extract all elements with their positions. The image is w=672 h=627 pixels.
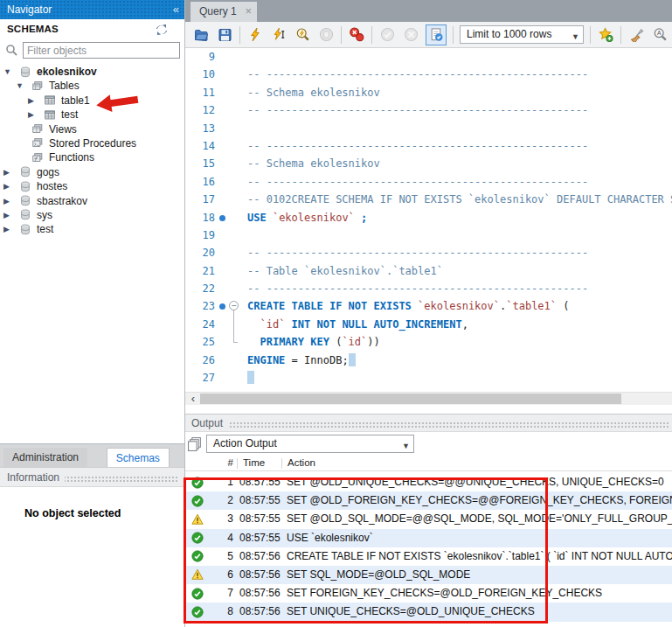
expand-arrow-icon[interactable]: ▶ <box>3 222 14 236</box>
beautify-icon[interactable] <box>627 27 645 43</box>
line-number: 16 <box>185 173 215 191</box>
execute-icon[interactable] <box>246 27 264 43</box>
line-number: 22 <box>185 280 215 297</box>
schema-icon <box>19 209 31 220</box>
editor-line-11: 11-- Schema ekolesnikov <box>185 84 672 101</box>
expand-arrow-icon[interactable]: ▶ <box>3 179 14 193</box>
limit-rows-dropdown[interactable]: Limit to 1000 rows▼ <box>460 25 584 44</box>
expand-arrow-icon[interactable]: ▶ <box>28 108 38 122</box>
tree-item-ekolesnikov[interactable]: ▼ekolesnikov <box>0 65 184 79</box>
expand-arrow-icon[interactable]: ▶ <box>3 194 14 208</box>
expand-arrow-icon[interactable]: ▶ <box>3 208 14 222</box>
filter-objects-input[interactable] <box>23 42 180 59</box>
explain-icon[interactable] <box>294 27 311 43</box>
tree-item-functions[interactable]: Functions <box>0 150 184 164</box>
navigator-panel: Navigator « SCHEMAS ▼ekolesnikov▼Tables▶… <box>0 0 185 627</box>
editor-line-15: 15-- Schema ekolesnikov <box>185 155 672 172</box>
tree-item-test[interactable]: ▶test <box>0 108 184 122</box>
tab-administration[interactable]: Administration <box>3 448 87 468</box>
procedures-icon <box>31 137 44 149</box>
editor-line-14: 14-- -----------------------------------… <box>185 137 672 155</box>
code-text: ENGINE = InnoDB; <box>247 352 356 369</box>
find-icon[interactable]: A <box>651 27 669 43</box>
mysql-workbench-window: Navigator « SCHEMAS ▼ekolesnikov▼Tables▶… <box>0 0 672 627</box>
collapse-panel-icon[interactable]: « <box>173 0 179 19</box>
column-number[interactable]: # <box>214 457 233 468</box>
code-text: -- -------------------------------------… <box>247 137 588 155</box>
fold-guide-line <box>233 308 238 343</box>
collapse-arrow-icon[interactable]: ▼ <box>16 79 26 93</box>
column-time[interactable]: Time <box>243 457 265 468</box>
statement-marker-icon <box>219 215 225 221</box>
tab-query-1[interactable]: Query 1 × <box>191 2 257 22</box>
tree-item-gogs[interactable]: ▶gogs <box>0 165 184 179</box>
column-divider[interactable] <box>281 458 282 469</box>
code-text: -- Table `ekolesnikov`.`table1` <box>247 262 443 280</box>
tree-item-sbastrakov[interactable]: ▶sbastrakov <box>0 194 184 208</box>
column-action[interactable]: Action <box>288 457 315 468</box>
code-text: -- -------------------------------------… <box>247 244 588 261</box>
tree-item-stored-procedures[interactable]: Stored Procedures <box>0 136 184 150</box>
toolbar-separator <box>371 26 372 44</box>
header-texture <box>225 421 670 428</box>
arrow-tail <box>109 96 139 108</box>
code-text <box>247 369 254 387</box>
tree-item-label: Stored Procedures <box>49 136 136 150</box>
tree-item-tables[interactable]: ▼Tables <box>0 79 184 93</box>
tree-item-label: gogs <box>37 165 59 179</box>
output-view-dropdown[interactable]: Action Output ▼ <box>206 435 414 453</box>
line-number: 27 <box>185 369 215 387</box>
line-number: 9 <box>185 48 215 66</box>
editor-horizontal-scrollbar[interactable]: ‹ <box>185 392 672 405</box>
editor-line-24: 24 `id` INT NOT NULL AUTO_INCREMENT, <box>185 316 672 333</box>
schema-icon <box>19 195 31 206</box>
expand-arrow-icon[interactable]: ▶ <box>3 165 14 179</box>
editor-line-13: 13 <box>185 120 672 137</box>
refresh-schemas-icon[interactable] <box>155 23 169 37</box>
code-text: `id` INT NOT NULL AUTO_INCREMENT, <box>247 316 468 333</box>
scroll-left-arrow[interactable]: ‹ <box>187 393 199 405</box>
navigator-title: Navigator <box>7 3 52 16</box>
tree-item-table1[interactable]: ▶table1 <box>0 94 184 108</box>
functions-icon <box>31 152 44 164</box>
line-number: 20 <box>185 244 215 261</box>
expand-arrow-icon[interactable]: ▶ <box>28 94 38 108</box>
line-number: 11 <box>185 84 215 101</box>
editor-line-22: 22-- -----------------------------------… <box>185 280 672 297</box>
schema-tree: ▼ekolesnikov▼Tables▶table1▶testViewsStor… <box>0 65 184 237</box>
sql-editor-toolbar: Limit to 1000 rows▼A¶↲ <box>185 22 672 48</box>
information-title: Information <box>7 471 65 484</box>
schemas-header-row: SCHEMAS <box>0 19 184 40</box>
stop-on-error-icon[interactable] <box>348 27 365 43</box>
editor-line-27: 27 <box>185 369 672 387</box>
editor-line-21: 21-- Table `ekolesnikov`.`table1` <box>185 262 672 280</box>
tree-item-sys[interactable]: ▶sys <box>0 208 184 222</box>
column-divider[interactable] <box>237 458 238 469</box>
sql-editor[interactable]: 910-- ----------------------------------… <box>185 48 672 391</box>
chevron-down-icon: ▼ <box>402 438 410 455</box>
line-number: 14 <box>185 137 215 155</box>
output-view-value: Action Output <box>213 437 277 449</box>
line-number: 19 <box>185 226 215 244</box>
tree-item-test[interactable]: ▶test <box>0 222 184 236</box>
output-view-selector-row: Action Output ▼ <box>185 434 672 455</box>
scrollbar-thumb[interactable] <box>200 394 621 404</box>
editor-line-26: 26ENGINE = InnoDB; <box>185 352 672 369</box>
tables-folder-icon <box>31 80 44 92</box>
collapse-arrow-icon[interactable]: ▼ <box>3 65 14 79</box>
open-script-icon[interactable] <box>192 27 210 43</box>
tab-schemas[interactable]: Schemas <box>107 448 170 468</box>
close-tab-icon[interactable]: × <box>245 2 252 21</box>
tree-item-views[interactable]: Views <box>0 122 184 136</box>
autocommit-icon[interactable] <box>426 24 447 45</box>
execute-current-icon[interactable] <box>270 27 288 43</box>
editor-line-10: 10-- -----------------------------------… <box>185 66 672 83</box>
output-panel-header: Output <box>185 414 672 432</box>
editor-tab-strip: Query 1 × <box>185 0 672 22</box>
line-number: 13 <box>185 120 215 137</box>
save-script-icon[interactable] <box>216 27 233 43</box>
tree-item-hostes[interactable]: ▶hostes <box>0 179 184 193</box>
output-title: Output <box>191 417 228 429</box>
filter-row <box>0 42 184 61</box>
save-snippet-icon[interactable] <box>597 27 614 43</box>
